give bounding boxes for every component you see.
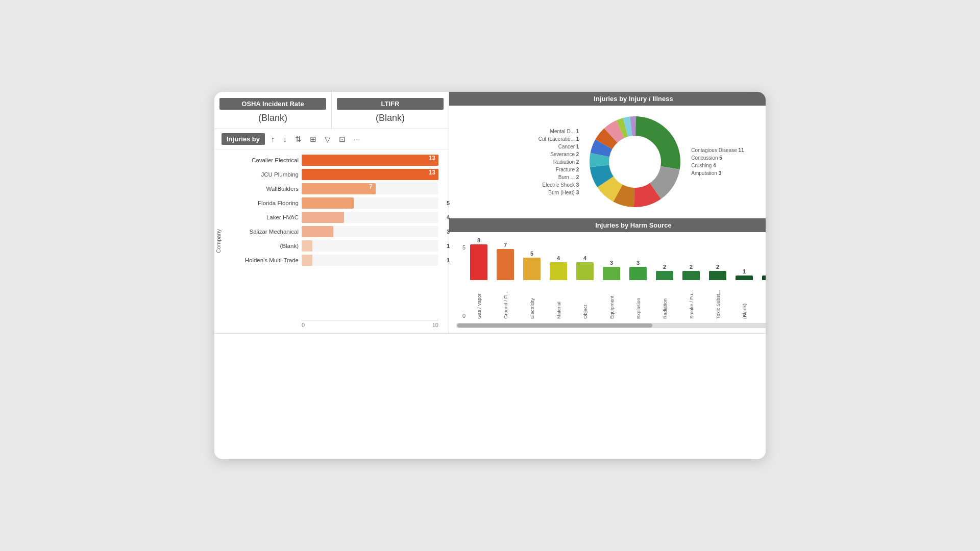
- harm-x-label: Radiation: [662, 282, 668, 319]
- bar-fill: [302, 255, 312, 266]
- harm-value-label: 3: [636, 260, 640, 266]
- bar-outer: 7: [302, 183, 438, 194]
- bar-label: (Blank): [225, 243, 299, 249]
- donut-svg: [584, 111, 686, 213]
- osha-kpi-box: OSHA Incident Rate (Blank): [214, 92, 332, 129]
- label-electric: Electric Shock 3: [523, 182, 579, 188]
- harm-x-label: (Blank): [742, 282, 747, 319]
- harm-source-title: Injuries by Harm Source: [449, 218, 766, 232]
- bar-value-outside: 1: [447, 257, 450, 263]
- label-mental: Mental D... 1: [523, 129, 579, 134]
- kpi-row: OSHA Incident Rate (Blank) LTIFR (Blank): [214, 92, 449, 129]
- harm-col: 2Toxic Subst...: [704, 264, 731, 319]
- right-panel: Injuries by Injury / Illness Mental D...…: [449, 92, 766, 333]
- bar-label: Laker HVAC: [225, 214, 299, 220]
- harm-bar-fill: [762, 276, 766, 280]
- harm-value-label: 3: [610, 260, 613, 266]
- more-button[interactable]: ···: [352, 134, 362, 144]
- harm-value-label: 2: [716, 264, 719, 270]
- harm-bar-fill: [709, 271, 726, 280]
- harm-col: 8Gas / Vapor: [465, 237, 492, 319]
- harm-col: 1Cold: [757, 268, 766, 319]
- bar-fill: [302, 240, 312, 252]
- bar-value-inside: 13: [429, 169, 435, 176]
- bar-fill: [302, 226, 333, 237]
- harm-bar-fill: [576, 262, 594, 280]
- bar-value-outside: 1: [447, 243, 450, 249]
- harm-x-label: Gas / Vapor: [476, 282, 482, 319]
- bar-outer: 1: [302, 240, 438, 252]
- donut-labels-right: Contagious Disease 11 Concussion 5 Crush…: [691, 147, 744, 176]
- scrollbar-area[interactable]: [456, 323, 766, 328]
- bar-outer: 13: [302, 155, 438, 166]
- donut-labels-left: Mental D... 1 Cut (Laceratio... 1 Cancer…: [523, 129, 579, 195]
- top-row: OSHA Incident Rate (Blank) LTIFR (Blank)…: [214, 92, 766, 334]
- harm-x-label: Explosion: [635, 282, 641, 319]
- harm-value-label: 4: [583, 255, 586, 261]
- bar-row: Holden's Multi-Trade1: [225, 255, 438, 266]
- harm-bar-fill: [656, 271, 673, 280]
- harm-source-section: Injuries by Harm Source 5 0 8Gas / Vapor…: [449, 218, 766, 333]
- bar-chart-area: Company Cavalier Electrical13JCU Plumbin…: [214, 149, 449, 333]
- harm-col: 4Material: [545, 255, 572, 319]
- harm-y-axis: 5 0: [456, 237, 465, 319]
- label-concussion: Concussion 5: [691, 155, 744, 161]
- bar-label: Florida Flooring: [225, 200, 299, 206]
- x-axis-row: 0 10: [225, 319, 444, 328]
- bar-value-inside: 13: [429, 155, 435, 162]
- harm-y-0: 0: [456, 313, 465, 319]
- bar-row: Cavalier Electrical13: [225, 155, 438, 166]
- label-burn-heat: Burn (Heat) 3: [523, 190, 579, 195]
- harm-bar-fill: [629, 267, 647, 280]
- harm-bar-fill: [550, 262, 567, 280]
- harm-col: 4Object: [572, 255, 598, 319]
- bar-outer: 5: [302, 197, 438, 209]
- bar-row: WallBuilders7: [225, 183, 438, 194]
- harm-col: 3Explosion: [625, 260, 651, 319]
- harm-col: 1(Blank): [731, 268, 757, 319]
- label-cut: Cut (Laceratio... 1: [523, 136, 579, 142]
- bar-label: Salizar Mechanical: [225, 229, 299, 235]
- osha-kpi-title: OSHA Incident Rate: [219, 98, 326, 110]
- harm-value-label: 7: [504, 242, 507, 248]
- bar-chart: Cavalier Electrical13JCU Plumbing13WallB…: [225, 155, 444, 319]
- sort-desc-button[interactable]: ↓: [281, 134, 289, 144]
- scrollbar-thumb: [457, 323, 652, 328]
- ltifr-kpi-title: LTIFR: [337, 98, 444, 110]
- injury-illness-section: Injuries by Injury / Illness Mental D...…: [449, 92, 766, 218]
- sort-both-button[interactable]: ⇅: [293, 134, 304, 145]
- harm-bar-fill: [682, 271, 700, 280]
- label-radiation: Radiation 2: [523, 159, 579, 165]
- bar-row: (Blank)1: [225, 240, 438, 252]
- left-panel: OSHA Incident Rate (Blank) LTIFR (Blank)…: [214, 92, 449, 333]
- harm-x-label: Toxic Subst...: [715, 282, 721, 319]
- osha-kpi-value: (Blank): [258, 113, 287, 123]
- harm-value-label: 8: [477, 237, 480, 243]
- harm-bar-fill: [603, 267, 620, 280]
- toolbar-label: Injuries by: [222, 133, 265, 145]
- bar-outer: 4: [302, 212, 438, 223]
- x-axis-labels: 0 10: [302, 320, 438, 328]
- harm-x-label: Material: [556, 282, 561, 319]
- label-contagious: Contagious Disease 11: [691, 147, 744, 153]
- harm-value-label: 2: [690, 264, 693, 270]
- filter-button[interactable]: ▽: [323, 134, 333, 145]
- expand-button[interactable]: ⊡: [337, 134, 348, 145]
- bar-fill: 13: [302, 169, 438, 180]
- label-fracture: Fracture 2: [523, 167, 579, 172]
- label-burn-other: Burn ... 2: [523, 174, 579, 180]
- bar-row: Florida Flooring5: [225, 197, 438, 209]
- label-severance: Severance 2: [523, 152, 579, 157]
- bar-fill: 13: [302, 155, 438, 166]
- y-axis-label: Company: [214, 229, 225, 253]
- harm-bars-wrapper: 8Gas / Vapor7Ground / Fl...5Electricity4…: [465, 237, 766, 319]
- dashboard: OSHA Incident Rate (Blank) LTIFR (Blank)…: [214, 92, 766, 459]
- bar-label: JCU Plumbing: [225, 171, 299, 178]
- harm-x-label: Electricity: [529, 282, 535, 319]
- harm-bar-fill: [470, 244, 487, 280]
- harm-value-label: 1: [743, 268, 746, 274]
- hierarchy-button[interactable]: ⊞: [308, 134, 318, 145]
- sort-asc-button[interactable]: ↑: [269, 134, 277, 144]
- harm-x-label: Object: [582, 282, 588, 319]
- svg-point-14: [609, 136, 660, 187]
